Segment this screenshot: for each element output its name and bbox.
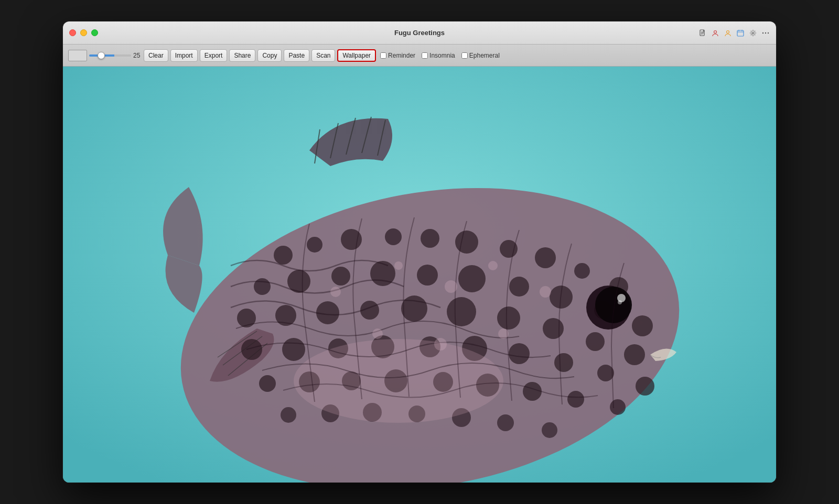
content-area[interactable] <box>63 67 776 483</box>
svg-point-49 <box>401 295 427 322</box>
svg-point-86 <box>330 287 341 297</box>
svg-point-37 <box>331 267 350 286</box>
svg-rect-6 <box>737 30 744 36</box>
svg-point-80 <box>542 422 557 438</box>
maximize-button[interactable] <box>91 29 98 36</box>
svg-point-25 <box>274 246 293 265</box>
brush-size-slider[interactable] <box>89 54 131 57</box>
svg-point-85 <box>618 300 622 304</box>
minimize-button[interactable] <box>80 29 87 36</box>
svg-point-31 <box>500 240 518 258</box>
svg-point-54 <box>624 344 645 365</box>
svg-point-11 <box>762 32 763 33</box>
svg-point-50 <box>447 297 476 326</box>
traffic-lights <box>69 29 98 36</box>
svg-point-56 <box>282 338 305 361</box>
svg-point-29 <box>421 229 439 248</box>
svg-point-79 <box>497 414 514 431</box>
insomnia-checkbox[interactable] <box>422 52 428 59</box>
slider-container: 25 <box>89 52 142 59</box>
reminder-label: Reminder <box>388 52 415 59</box>
color-swatch[interactable] <box>68 50 87 61</box>
person-icon[interactable] <box>711 29 719 37</box>
svg-point-51 <box>497 306 520 330</box>
svg-point-61 <box>509 343 530 364</box>
ephemeral-checkbox[interactable] <box>461 52 468 59</box>
calendar-icon[interactable] <box>736 29 745 37</box>
gear-icon[interactable] <box>749 29 757 37</box>
ephemeral-label: Ephemeral <box>469 52 500 59</box>
share-button[interactable]: Share <box>229 49 255 62</box>
svg-point-73 <box>610 399 626 415</box>
svg-point-90 <box>540 286 551 298</box>
svg-point-10 <box>752 32 754 34</box>
export-button[interactable]: Export <box>200 49 228 62</box>
more-icon[interactable] <box>761 29 770 37</box>
svg-point-5 <box>727 30 729 33</box>
paste-button[interactable]: Paste <box>284 49 309 62</box>
close-button[interactable] <box>69 29 76 36</box>
reminder-checkbox-label[interactable]: Reminder <box>380 52 415 59</box>
svg-point-81 <box>294 339 503 423</box>
reminder-checkbox[interactable] <box>380 52 386 59</box>
insomnia-checkbox-label[interactable]: Insomnia <box>422 52 455 59</box>
svg-point-63 <box>597 365 614 381</box>
svg-point-91 <box>372 328 383 339</box>
svg-point-30 <box>455 231 478 254</box>
svg-point-33 <box>574 263 590 279</box>
svg-point-93 <box>498 328 509 339</box>
svg-point-72 <box>567 391 584 408</box>
wallpaper-button[interactable]: Wallpaper <box>337 49 376 62</box>
scan-button[interactable]: Scan <box>311 49 335 62</box>
svg-point-13 <box>768 32 769 33</box>
svg-point-74 <box>281 407 296 423</box>
clear-button[interactable]: Clear <box>144 49 168 62</box>
document-icon[interactable] <box>698 29 707 37</box>
fish-image <box>63 67 776 483</box>
window-title: Fugu Greetings <box>394 29 445 37</box>
svg-point-41 <box>509 277 529 297</box>
svg-point-52 <box>543 318 564 339</box>
svg-point-55 <box>241 339 262 360</box>
titlebar: Fugu Greetings <box>63 21 776 45</box>
svg-point-53 <box>586 332 605 351</box>
copy-button[interactable]: Copy <box>257 49 282 62</box>
svg-point-65 <box>259 375 276 392</box>
svg-point-26 <box>307 237 322 253</box>
svg-point-32 <box>535 247 556 268</box>
svg-point-4 <box>714 30 717 33</box>
svg-point-88 <box>445 280 457 293</box>
svg-point-83 <box>595 287 632 323</box>
svg-point-89 <box>488 261 498 270</box>
toolbar: 25 Clear Import Export Share Copy Paste … <box>63 45 776 67</box>
svg-point-40 <box>458 265 486 292</box>
svg-point-45 <box>237 309 256 327</box>
slider-value: 25 <box>133 52 142 59</box>
app-window: Fugu Greetings <box>63 21 776 483</box>
import-button[interactable]: Import <box>170 49 198 62</box>
svg-point-64 <box>636 377 654 396</box>
insomnia-label: Insomnia <box>429 52 455 59</box>
user-icon[interactable] <box>724 29 732 37</box>
svg-point-12 <box>765 32 766 33</box>
svg-point-92 <box>434 338 447 350</box>
svg-point-62 <box>554 353 573 372</box>
ephemeral-checkbox-label[interactable]: Ephemeral <box>461 52 500 59</box>
titlebar-right-icons <box>698 29 770 37</box>
svg-point-71 <box>523 382 542 401</box>
svg-point-47 <box>316 301 339 324</box>
svg-point-44 <box>632 315 653 336</box>
svg-point-39 <box>417 265 438 286</box>
checkbox-group: Reminder Insomnia Ephemeral <box>380 52 500 59</box>
svg-point-28 <box>385 228 402 245</box>
svg-point-87 <box>394 261 403 270</box>
